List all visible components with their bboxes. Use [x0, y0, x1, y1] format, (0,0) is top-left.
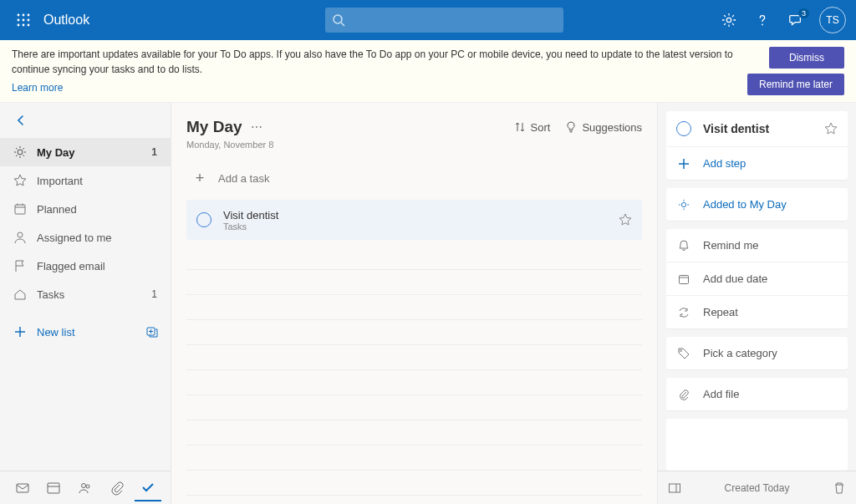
mail-module[interactable]	[9, 475, 36, 501]
remind-button[interactable]: Remind me	[666, 229, 848, 262]
app-header: Outlook 3 TS	[0, 0, 856, 40]
schedule-card: Remind me Add due date Repeat	[666, 229, 848, 328]
learn-more-link[interactable]: Learn more	[12, 80, 63, 95]
dismiss-button[interactable]: Dismiss	[769, 47, 844, 69]
suggestions-button[interactable]: Suggestions	[565, 121, 642, 134]
svg-point-9	[334, 15, 342, 23]
todo-module[interactable]	[135, 475, 161, 501]
files-module[interactable]	[104, 475, 130, 501]
delete-task-button[interactable]	[833, 481, 846, 495]
person-icon	[12, 231, 28, 244]
calendar-module[interactable]	[40, 475, 67, 501]
sidebar-item-label: My Day	[37, 146, 151, 159]
sidebar-footer	[0, 471, 171, 504]
repeat-icon	[676, 307, 691, 318]
sidebar-item-label: Important	[37, 175, 157, 187]
new-list-button[interactable]: New list	[0, 315, 171, 349]
svg-point-36	[86, 485, 89, 488]
question-icon	[755, 13, 770, 28]
sidebar-item-myday[interactable]: My Day 1	[0, 138, 171, 166]
sort-label: Sort	[531, 121, 551, 134]
sidebar-item-flagged[interactable]: Flagged email	[0, 252, 171, 280]
flag-icon	[12, 259, 28, 272]
trash-icon	[833, 481, 846, 495]
sidebar-item-label: Tasks	[37, 288, 151, 301]
list-options-button[interactable]: ⋯	[251, 120, 263, 134]
sidebar-item-assigned[interactable]: Assigned to me	[0, 223, 171, 252]
add-step-label: Add step	[703, 157, 746, 170]
svg-rect-44	[680, 275, 689, 283]
svg-line-21	[16, 155, 18, 157]
svg-point-46	[680, 349, 682, 351]
list-title: My Day	[186, 118, 242, 136]
sidebar-item-count: 1	[151, 146, 157, 158]
check-icon	[140, 480, 155, 495]
svg-point-7	[23, 24, 25, 27]
details-footer: Created Today	[658, 471, 856, 504]
app-launcher[interactable]	[7, 3, 40, 37]
help-button[interactable]	[746, 3, 779, 37]
note-input[interactable]	[666, 419, 848, 471]
add-step-button[interactable]: Add step	[666, 146, 848, 180]
svg-point-12	[762, 24, 763, 26]
category-button[interactable]: Pick a category	[666, 337, 848, 369]
sidebar-item-planned[interactable]: Planned	[0, 195, 171, 223]
file-card: Add file	[666, 378, 848, 410]
repeat-button[interactable]: Repeat	[666, 295, 848, 328]
chat-badge: 3	[798, 8, 809, 18]
sidebar-item-important[interactable]: Important	[0, 166, 171, 195]
people-module[interactable]	[72, 475, 99, 501]
sort-button[interactable]: Sort	[514, 121, 551, 134]
group-icon	[145, 325, 159, 339]
plus-icon	[12, 326, 28, 338]
svg-point-8	[28, 24, 30, 27]
remind-label: Remind me	[703, 239, 758, 252]
panel-collapse-icon	[668, 481, 681, 495]
calendar-icon	[12, 202, 28, 216]
add-task-input[interactable]: + Add a task	[186, 160, 642, 196]
svg-line-18	[16, 148, 18, 150]
svg-line-10	[341, 23, 344, 26]
new-group-button[interactable]	[145, 325, 159, 339]
chat-button[interactable]: 3	[779, 3, 813, 37]
task-title-card: Visit dentist Add step	[666, 111, 848, 180]
settings-button[interactable]	[712, 3, 746, 37]
bell-icon	[676, 240, 691, 252]
created-label: Created Today	[681, 482, 833, 494]
task-sublabel: Tasks	[223, 221, 619, 232]
waffle-icon	[17, 13, 30, 27]
svg-point-4	[23, 19, 25, 22]
sidebar-item-label: Planned	[37, 203, 157, 216]
sidebar-item-count: 1	[151, 288, 157, 300]
hide-details-button[interactable]	[668, 481, 681, 495]
sidebar-item-label: Flagged email	[37, 260, 157, 272]
sidebar-item-tasks[interactable]: Tasks 1	[0, 280, 171, 308]
gear-icon	[721, 13, 736, 28]
remind-later-button[interactable]: Remind me later	[747, 74, 844, 95]
due-date-button[interactable]: Add due date	[666, 262, 848, 295]
star-button[interactable]	[619, 213, 632, 227]
plus-icon	[676, 159, 691, 169]
details-title[interactable]: Visit dentist	[703, 122, 824, 135]
people-icon	[78, 481, 93, 496]
star-icon	[12, 174, 28, 187]
task-item[interactable]: Visit dentist Tasks	[186, 200, 642, 240]
add-file-button[interactable]: Add file	[666, 378, 848, 410]
myday-card: Added to My Day	[666, 188, 848, 221]
home-icon	[12, 288, 28, 301]
star-icon	[824, 122, 838, 135]
added-myday-button[interactable]: Added to My Day	[666, 188, 848, 221]
due-label: Add due date	[703, 272, 767, 285]
search-box[interactable]	[325, 8, 563, 33]
complete-checkbox[interactable]	[676, 121, 691, 136]
star-icon	[619, 213, 632, 227]
complete-checkbox[interactable]	[196, 212, 211, 227]
update-notice: There are important updates available fo…	[0, 40, 856, 103]
back-button[interactable]	[0, 103, 171, 138]
details-pane: Visit dentist Add step Added to My Day R…	[657, 103, 856, 504]
star-button[interactable]	[824, 122, 838, 135]
new-list-label: New list	[37, 326, 75, 339]
account-avatar[interactable]: TS	[819, 7, 846, 33]
task-title: Visit dentist	[223, 209, 619, 221]
svg-point-6	[18, 24, 20, 27]
